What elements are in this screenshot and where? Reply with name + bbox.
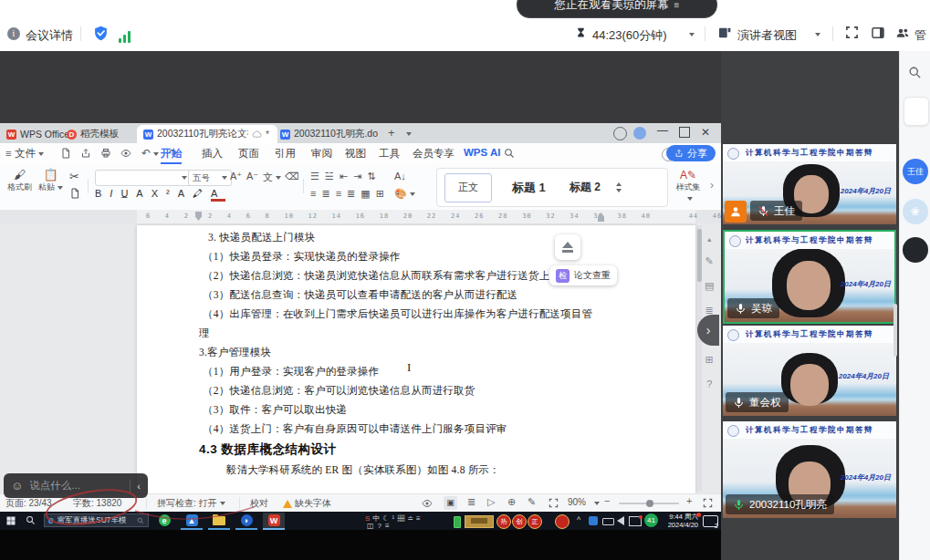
alignment-buttons[interactable]: ≡≣≡≣▦⊞: [310, 188, 390, 200]
style-heading2[interactable]: 标题 2: [569, 180, 601, 195]
fullscreen-doc-icon[interactable]: [703, 498, 713, 508]
video-tile-donghuiquan[interactable]: 计算机科学与工程学院中期答辩 2024年4月20日 董会权: [723, 326, 896, 416]
undo-icon[interactable]: ↶: [141, 147, 159, 160]
clear-format-icon[interactable]: ⌫: [285, 171, 299, 182]
tray-battery-icon[interactable]: [602, 518, 614, 525]
zoom-out-button[interactable]: −: [604, 495, 610, 506]
ink-pen-icon[interactable]: ✎: [528, 496, 536, 508]
paper-check-button[interactable]: 检 论文查重: [549, 265, 617, 285]
meeting-details-button[interactable]: 会议详情: [26, 27, 73, 44]
styles-scroll-arrows[interactable]: [613, 182, 622, 192]
print-icon[interactable]: [100, 148, 111, 159]
strip-avatar-flower[interactable]: ❀: [903, 199, 928, 224]
search-icon[interactable]: [504, 148, 515, 159]
format-painter-button[interactable]: 🖌格式刷: [7, 168, 32, 193]
style-set-button[interactable]: A✎ 样式集: [673, 169, 704, 202]
promo-coin-3[interactable]: 正: [528, 514, 542, 529]
copy-icon[interactable]: [69, 188, 80, 199]
tab-list-caret-icon[interactable]: [406, 132, 412, 136]
battery-green-icon[interactable]: [454, 516, 461, 528]
ribbon-expand-icon[interactable]: ›: [710, 179, 714, 192]
play-view-icon[interactable]: ▷: [487, 496, 495, 508]
banner-menu-icon[interactable]: ≡: [674, 0, 680, 10]
view-mode-button[interactable]: 演讲者视图: [737, 27, 797, 44]
new-tab-button[interactable]: +: [388, 126, 395, 140]
sidebar-scrollbar[interactable]: [893, 304, 897, 357]
docer-template-tab[interactable]: D 稻壳模板: [60, 125, 125, 143]
share-button[interactable]: 分享: [666, 145, 716, 161]
style-normal[interactable]: 正文: [444, 173, 492, 202]
display-tray-icon[interactable]: [629, 516, 642, 526]
weather-temp-icon[interactable]: 41: [644, 513, 658, 527]
members-button[interactable]: 管: [914, 27, 926, 44]
members-icon[interactable]: [895, 26, 910, 40]
video-tile-wangjia[interactable]: 计算机科学与工程学院中期答辩 2024年4月20日 王佳: [723, 144, 896, 224]
document-tab-active[interactable]: W 20032110孔明亮论文初稿.do *: [137, 125, 277, 143]
view-caret-icon[interactable]: [815, 33, 820, 36]
wps-ai-button[interactable]: WPS AI: [464, 147, 500, 158]
info-icon[interactable]: i: [7, 27, 20, 40]
shading-icon[interactable]: 🎨: [394, 188, 415, 200]
layout-view-icon[interactable]: [717, 26, 732, 40]
file-menu[interactable]: ≡ 文件: [5, 147, 44, 161]
web-view-icon[interactable]: ⊕: [507, 496, 516, 508]
phonetic-icon[interactable]: 文: [263, 171, 281, 184]
doc-scrollbar-thumb[interactable]: [697, 229, 702, 282]
paste-button[interactable]: 📋粘贴: [38, 168, 63, 193]
output-icon[interactable]: [80, 148, 91, 159]
menu-insert[interactable]: 插入: [202, 147, 223, 161]
menu-member[interactable]: 会员专享: [413, 147, 455, 161]
zoom-slider-thumb[interactable]: [646, 500, 653, 507]
page-view-icon[interactable]: ▣: [444, 496, 457, 510]
promo-coin-1[interactable]: 热: [496, 514, 511, 529]
print-preview-icon[interactable]: [120, 148, 131, 159]
strip-avatar-dark[interactable]: [903, 237, 928, 263]
font-family-select[interactable]: [95, 170, 192, 186]
tray-expand-icon[interactable]: ^: [577, 515, 580, 524]
edit-pen-icon[interactable]: ✎: [705, 255, 714, 267]
selection-icon[interactable]: ⊞: [705, 354, 714, 366]
fit-page-icon[interactable]: [549, 498, 559, 508]
restore-button[interactable]: [679, 127, 690, 138]
tray-glyph-row2[interactable]: ◫?≡: [367, 522, 393, 530]
minimize-button[interactable]: —: [657, 124, 668, 137]
zoom-slider[interactable]: [619, 503, 679, 504]
menu-reference[interactable]: 引用: [275, 147, 296, 161]
menu-page[interactable]: 页面: [238, 147, 259, 161]
menu-tools[interactable]: 工具: [379, 147, 400, 161]
meeting-timer[interactable]: 44:23(60分钟): [592, 27, 667, 44]
start-button[interactable]: [5, 515, 16, 526]
grow-font-icon[interactable]: A⁺: [230, 171, 242, 182]
zoom-in-button[interactable]: +: [686, 495, 692, 506]
gold-banner-icon[interactable]: [465, 515, 494, 528]
menu-view[interactable]: 视图: [345, 147, 366, 161]
help-icon[interactable]: ?: [706, 379, 712, 389]
font-size-select[interactable]: 五号: [188, 170, 232, 186]
strip-search-icon[interactable]: [908, 66, 922, 79]
menu-review[interactable]: 审阅: [311, 147, 332, 161]
timer-caret-icon[interactable]: [689, 33, 695, 36]
zoom-level[interactable]: 90%: [568, 497, 586, 507]
action-center-icon[interactable]: 2: [703, 515, 718, 527]
eject-tool-card[interactable]: [555, 234, 580, 260]
tray-clock[interactable]: 9:44 周六2024/4/20: [662, 513, 698, 529]
menu-home[interactable]: 开始: [161, 147, 182, 164]
emoji-icon[interactable]: ☺: [11, 479, 23, 493]
document-tab[interactable]: W 20032110孔明亮.doc: [274, 125, 387, 143]
save-icon[interactable]: [60, 148, 71, 159]
network-signal-icon[interactable]: [119, 26, 132, 43]
sort-icon[interactable]: A↓: [394, 171, 406, 181]
promo-coin-2[interactable]: 创: [512, 514, 527, 529]
shrink-font-icon[interactable]: A⁻: [246, 171, 258, 182]
fullscreen-icon[interactable]: [845, 26, 859, 39]
volume-icon[interactable]: [617, 516, 624, 525]
strip-card[interactable]: [904, 97, 929, 126]
video-tile-wuqiong-speaking[interactable]: 计算机科学与工程学院中期答辩 2024年4月20日 吴琼: [723, 230, 896, 324]
cut-icon[interactable]: ✂: [69, 170, 79, 183]
side-panel-icon[interactable]: [871, 26, 885, 40]
tray-blue-icon[interactable]: [589, 516, 598, 525]
video-tile-kongmingliang[interactable]: 计算机科学与工程学院中期答辩 2024年4月20日 20032110孔明亮: [723, 421, 896, 518]
scroll-up-icon[interactable]: ▲: [706, 236, 713, 243]
theme-icon[interactable]: [613, 127, 627, 140]
zoom-caret-icon[interactable]: [594, 502, 600, 505]
